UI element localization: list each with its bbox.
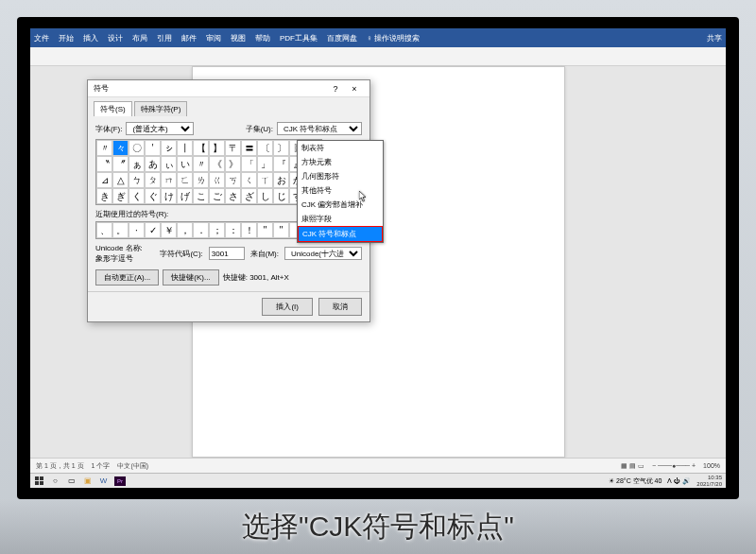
char-cell[interactable]: ㄑ [241,172,257,188]
recent-char-cell[interactable]: 。 [112,222,129,238]
char-cell[interactable]: ㄌ [193,172,209,188]
char-cell[interactable]: ㄇ [161,172,177,188]
char-cell[interactable]: あ [145,156,161,172]
char-cell[interactable]: 】 [209,140,225,156]
char-cell[interactable]: ′ [145,140,161,156]
char-cell[interactable]: ぁ [129,156,145,172]
char-cell[interactable]: 〔 [257,140,273,156]
char-cell[interactable]: ㄎ [225,172,241,188]
char-cell[interactable]: ご [209,188,225,204]
dropdown-item[interactable]: 制表符 [298,141,383,155]
char-cell[interactable]: ㄅ [129,172,145,188]
subset-dropdown[interactable]: 制表符 方块元素 几何图形符 其他符号 CJK 偏旁部首增补 康熙字段 CJK … [297,140,384,243]
explorer-icon[interactable]: ▣ [82,476,93,486]
ribbon-tab[interactable]: 百度网盘 [327,33,357,43]
char-cell[interactable]: こ [193,188,209,204]
recent-char-cell[interactable]: " [273,222,289,238]
char-cell[interactable]: 〇 [129,140,145,156]
char-cell[interactable]: し [257,188,273,204]
char-cell[interactable]: さ [225,188,241,204]
ribbon-tab[interactable]: 布局 [132,33,147,43]
char-code-input[interactable] [209,247,245,260]
weather-widget[interactable]: ☀ 28°C 空气优 40 [609,476,662,486]
dropdown-item[interactable]: 方块元素 [298,155,383,169]
char-cell[interactable]: い [177,156,193,172]
dropdown-item[interactable]: 康熙字段 [298,212,383,226]
char-cell[interactable]: ㄆ [145,172,161,188]
char-cell[interactable]: 『 [273,156,289,172]
ribbon-tab[interactable]: 设计 [108,33,123,43]
clock[interactable]: 10:352021/7/20 [696,475,722,487]
char-cell[interactable]: 〃 [193,156,209,172]
char-cell[interactable]: ぎ [112,188,129,204]
dropdown-item-selected[interactable]: CJK 符号和标点 [298,226,383,242]
char-cell[interactable]: 〒 [225,140,241,156]
recent-char-cell[interactable]: 、 [96,222,112,238]
shortcut-key-button[interactable]: 快捷键(K)... [163,269,218,286]
char-cell[interactable]: ㄒ [257,172,273,188]
recent-char-cell[interactable]: · [129,222,145,238]
recent-char-cell[interactable]: ： [225,222,241,238]
char-cell[interactable]: 「 [241,156,257,172]
char-cell[interactable]: △ [112,172,129,188]
recent-char-cell[interactable]: " [257,222,273,238]
char-cell[interactable]: 〃 [96,140,112,156]
autocorrect-button[interactable]: 自动更正(A)... [95,269,159,286]
view-buttons[interactable]: ▦ ▤ ▭ [621,462,644,470]
start-button[interactable] [34,476,44,486]
char-cell[interactable]: じ [273,188,289,204]
char-cell[interactable]: ぃ [161,156,177,172]
search-icon[interactable]: ○ [50,476,60,486]
ribbon-tab[interactable]: 插入 [83,33,98,43]
char-cell[interactable]: け [161,188,177,204]
subset-select[interactable]: CJK 符号和标点 [277,122,362,135]
ribbon-tab[interactable]: 引用 [157,33,172,43]
char-cell[interactable]: ㄈ [177,172,193,188]
dropdown-item[interactable]: 几何图形符 [298,169,383,183]
ribbon-tab[interactable]: 邮件 [181,33,197,43]
recent-char-cell[interactable]: ！ [241,222,257,238]
ribbon-tab[interactable]: 视图 [231,33,246,43]
char-cell[interactable]: 〕 [273,140,289,156]
char-cell[interactable]: 【 [193,140,209,156]
close-button[interactable]: × [345,84,364,94]
ribbon-tab[interactable]: 开始 [59,33,74,43]
ribbon-tab[interactable]: 帮助 [255,33,270,43]
recent-char-cell[interactable]: ✓ [145,222,161,238]
char-cell[interactable]: 《 [209,156,225,172]
char-cell[interactable]: ⊿ [96,172,112,188]
char-cell[interactable]: 丨 [177,140,193,156]
tray-icons[interactable]: ᐱ ⏻ 🔊 [667,477,691,485]
char-cell[interactable]: ぐ [145,188,161,204]
word-icon[interactable]: W [98,476,109,486]
recent-char-cell[interactable]: ￥ [161,222,177,238]
char-cell[interactable]: 々 [112,140,129,156]
char-cell[interactable]: ㄍ [209,172,225,188]
cancel-button[interactable]: 取消 [318,298,362,316]
char-cell[interactable]: 〓 [241,140,257,156]
char-cell[interactable]: き [96,188,112,204]
recent-char-cell[interactable]: ． [193,222,209,238]
char-cell[interactable]: 〞 [112,156,129,172]
char-cell[interactable]: 〝 [96,156,112,172]
font-select[interactable]: (普通文本) [126,122,194,135]
ribbon-tab[interactable]: 审阅 [206,33,221,43]
from-select[interactable]: Unicode(十六进制) [284,247,362,260]
tell-me[interactable]: ♀ 操作说明搜索 [367,33,420,43]
recent-char-cell[interactable]: ， [177,222,193,238]
insert-button[interactable]: 插入(I) [262,298,313,316]
char-cell[interactable]: く [129,188,145,204]
share-button[interactable]: 共享 [707,33,722,43]
char-cell[interactable]: ㇱ [161,140,177,156]
premiere-icon[interactable]: Pr [114,476,126,486]
recent-char-cell[interactable]: ； [209,222,225,238]
char-cell[interactable]: 」 [257,156,273,172]
help-button[interactable]: ? [326,84,345,94]
char-cell[interactable]: げ [177,188,193,204]
char-cell[interactable]: お [273,172,289,188]
tab-special-chars[interactable]: 特殊字符(P) [134,101,188,116]
language-status[interactable]: 中文(中国) [117,461,148,471]
ribbon-tab[interactable]: 文件 [34,33,49,43]
tab-symbols[interactable]: 符号(S) [94,101,132,116]
char-cell[interactable]: 》 [225,156,241,172]
